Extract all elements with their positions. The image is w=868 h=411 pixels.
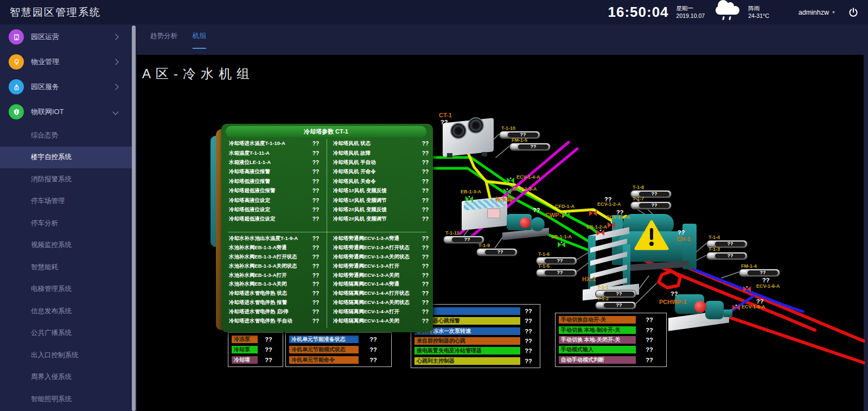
panel-row-value: ?? [312, 300, 319, 306]
panel-row-value: ?? [422, 236, 429, 242]
floating-value: ?? [616, 209, 623, 216]
table-row-value: ?? [520, 338, 537, 344]
sidebar-group-物业管理[interactable]: 物业管理 [0, 49, 132, 74]
panel-row-label: 水池补水阀EB-1-3-A关闭状态 [229, 263, 297, 270]
gauge-label: T-1-5 [538, 263, 550, 269]
gauge-cap [511, 144, 518, 149]
device-label-CH-1: CH-1 [676, 236, 691, 242]
valve-icon [589, 208, 597, 214]
sidebar-scrollbar[interactable] [132, 26, 136, 411]
panel-row: 冷却水补水池出水温度T-1-9-A?? [229, 234, 319, 243]
valve-icon [608, 220, 615, 226]
gauge-label: T-1-9 [478, 243, 490, 248]
date-block: 星期一 2019.10.07 [676, 5, 705, 20]
panel-row-value: ?? [422, 207, 429, 213]
sidebar-item-停车分析[interactable]: 停车分析 [0, 212, 132, 235]
gauge-cap [538, 270, 544, 275]
floating-value: ?? [441, 119, 448, 125]
device-label-CT-1: CT-1 [439, 112, 452, 118]
sidebar-item-label: 综合态势 [0, 131, 58, 140]
sidebar-group-label: 物业管理 [31, 57, 59, 67]
sidebar-item-电梯管理系统[interactable]: 电梯管理系统 [0, 279, 132, 301]
tab-趋势分析[interactable]: 趋势分析 [150, 31, 177, 49]
sidebar-item-label: 视频监控系统 [0, 241, 72, 250]
panel-row: 冷却塔风机 关命令?? [333, 177, 429, 186]
sidebar-item-label: 楼宇自控系统 [0, 153, 72, 162]
table-row: 自动手动模式判断?? [559, 355, 663, 365]
panel-row-label: 冷却塔超低液位设定 [229, 216, 276, 223]
sidebar-item-label: 停车场管理 [0, 197, 65, 206]
sidebar-group-物联网IOT[interactable]: 物联网IOT [0, 99, 132, 124]
panel-row: 水箱液位LE-1-1-A?? [229, 158, 319, 167]
floating-value: ?? [762, 277, 769, 283]
device-label-PCHWP-1: PCHWP-1 [659, 299, 687, 305]
panel-row-label: 冷却塔1#风机 变频调节 [333, 197, 387, 204]
panel-row: 水池补水阀EB-1-3-A关闭?? [229, 280, 319, 289]
panel-row: 冷却塔超低液位报警?? [229, 186, 319, 195]
tab-机组[interactable]: 机组 [193, 31, 206, 49]
sidebar-group-园区服务[interactable]: 园区服务 [0, 74, 132, 99]
status-chip: 自动手动模式判断 [559, 356, 636, 364]
panel-row-label: 水池补水阀EB-1-3-A旁通 [229, 244, 287, 251]
gauge-label: T-1-4 [709, 235, 720, 240]
sidebar-item-信息发布系统[interactable]: 信息发布系统 [0, 300, 132, 323]
table-row: 冷冻泵?? [232, 334, 279, 345]
tag-EB-1-3-A: EB-1-3-A [461, 189, 481, 194]
sidebar-item-公共广播系统[interactable]: 公共广播系统 [0, 323, 132, 345]
sidebar-item-智慧能耗[interactable]: 智慧能耗 [0, 256, 132, 279]
panel-row: 冷却塔旁通阀ECV-1-3-A关闭?? [333, 271, 429, 280]
panel-row-label: 冷却水补水池出水温度T-1-9-A [229, 235, 298, 242]
gauge-value: ?? [508, 132, 538, 137]
sidebar-item-综合态势[interactable]: 综合态势 [0, 124, 132, 147]
username: adminhzw [799, 9, 829, 16]
gauge-value: ?? [639, 203, 669, 208]
panel-row-label: 冷却塔风机 关命令 [333, 178, 376, 185]
sidebar-item-label: 周界入侵系统 [0, 372, 72, 382]
panel-row-label: 水池补水阀EB-1-3-A打开状态 [229, 254, 297, 261]
CT-1-cooling-tower-part [468, 117, 484, 134]
user-menu[interactable]: adminhzw ▼ [799, 9, 835, 16]
tag-ECV-1-4-A: ECV-1-4-A [516, 174, 540, 180]
sidebar-item-智能照明系统[interactable]: 智能照明系统 [0, 388, 132, 410]
gauge-label: FM-1-5 [512, 137, 527, 143]
sidebar-item-周界入侵系统[interactable]: 周界入侵系统 [0, 366, 132, 389]
sidebar-item-楼宇自控系统[interactable]: 楼宇自控系统 [0, 147, 132, 169]
gauge-FM-1-4: ?? [739, 269, 780, 277]
table-chiller-unit-energy: 冷机单元节能准备状态??冷机单元节能模式状态??冷机单元节能命令?? [285, 332, 392, 367]
sidebar-item-停车场管理[interactable]: 停车场管理 [0, 191, 132, 213]
power-button[interactable] [847, 7, 859, 18]
gauge-cap [538, 258, 544, 263]
panel-title: 冷却塔参数 CT-1 [226, 126, 426, 137]
gauge-cap [478, 250, 484, 254]
sidebar-item-消防报警系统[interactable]: 消防报警系统 [0, 168, 132, 191]
gauge-label: FM-1-4 [741, 263, 757, 269]
table-row: 冷机单元节能命令?? [289, 355, 388, 365]
panel-row-value: ?? [422, 281, 429, 287]
table-row-value: ?? [520, 318, 537, 324]
page-title: A区-冷水机组 [142, 65, 254, 83]
panel-row-label: 冷却塔进水管电伴热 报警 [229, 299, 287, 306]
panel-row-value: ?? [312, 160, 319, 166]
panel-row: 冷却塔低液位设定?? [229, 205, 319, 214]
temperature: 24-31°C [748, 12, 769, 20]
table-row: 心跳到主控制器?? [414, 356, 537, 366]
panel-row-label: 冷却塔进水管电伴热 手自动 [229, 318, 292, 325]
panel-row: 冷却塔进水管电伴热 启/停?? [229, 307, 319, 317]
panel-row-value: ?? [312, 245, 319, 251]
table-row-value: ?? [258, 346, 279, 353]
gauge-value: ?? [545, 258, 575, 263]
sidebar-item-出入口控制系统[interactable]: 出入口控制系统 [0, 344, 132, 366]
table-manual-auto-switch: 手动切换自动开-关??手动切换 本地-制冷开-关??手动切换 本地-关闭开-关?… [555, 313, 667, 367]
sidebar-group-label: 园区运营 [31, 32, 59, 42]
weather-cloud-icon [716, 6, 739, 15]
panel-row: 冷却塔隔离阀ECV-1-4-A关闭?? [333, 317, 429, 326]
gauge-label: T-1-1 [597, 284, 609, 290]
panel-row-value: ?? [312, 150, 319, 156]
sidebar-item-视频监控系统[interactable]: 视频监控系统 [0, 235, 132, 257]
sidebar-group-园区运营[interactable]: 园区运营 [0, 24, 132, 49]
panel-column: 冷却塔进水温度T-1-10-A??水箱温度T-1-11-A??水箱液位LE-1-… [229, 139, 319, 224]
panel-row-label: 冷却塔进水管电伴热 启/停 [229, 308, 289, 315]
panel-row: 水池补水阀EB-1-3-A打开状态?? [229, 252, 319, 262]
sidebar-item-label: 停车分析 [0, 219, 58, 228]
panel-divider-vertical [327, 139, 327, 328]
